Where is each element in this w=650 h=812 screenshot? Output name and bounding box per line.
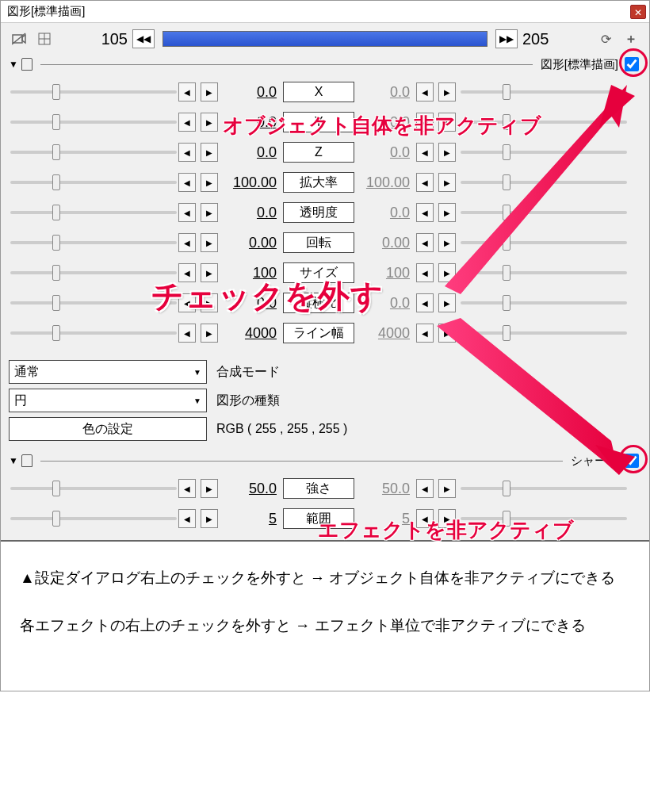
param-name-button[interactable]: 範囲 — [283, 508, 354, 529]
value-left[interactable]: 100.00 — [223, 174, 281, 191]
slider-right[interactable] — [461, 512, 627, 525]
slider-right[interactable] — [461, 482, 627, 495]
value-left[interactable]: 0.0 — [223, 295, 281, 312]
param-name-button[interactable]: 強さ — [283, 478, 354, 499]
spin-left-down[interactable]: ◀ — [178, 203, 196, 222]
spin-left-up[interactable]: ▶ — [201, 82, 218, 102]
value-right[interactable]: 100.00 — [356, 174, 415, 191]
slider-left[interactable] — [10, 116, 177, 128]
param-name-button[interactable]: ライン幅 — [283, 323, 354, 343]
spin-left-down[interactable]: ◀ — [178, 173, 196, 192]
spin-right-down[interactable]: ◀ — [416, 113, 434, 132]
spin-left-down[interactable]: ◀ — [178, 82, 196, 102]
param-name-button[interactable]: 拡大率 — [283, 172, 354, 193]
spin-right-down[interactable]: ◀ — [416, 324, 434, 343]
spin-left-up[interactable]: ▶ — [201, 143, 218, 162]
spin-left-up[interactable]: ▶ — [201, 113, 218, 132]
trash-icon[interactable] — [21, 58, 32, 71]
spin-left-down[interactable]: ◀ — [178, 233, 196, 252]
effect-active-checkbox[interactable] — [625, 454, 639, 468]
slider-right[interactable] — [461, 236, 627, 249]
spin-left-down[interactable]: ◀ — [178, 263, 196, 282]
camera-off-icon[interactable] — [9, 29, 29, 48]
param-name-button[interactable]: 回転 — [283, 232, 354, 253]
spin-left-down[interactable]: ◀ — [178, 113, 196, 132]
value-right[interactable]: 100 — [356, 265, 415, 282]
spin-right-down[interactable]: ◀ — [416, 203, 434, 222]
spin-right-up[interactable]: ▶ — [438, 203, 456, 222]
slider-right[interactable] — [461, 176, 627, 189]
object-active-checkbox[interactable] — [625, 57, 639, 71]
value-right[interactable]: 50.0 — [356, 481, 415, 497]
spin-left-up[interactable]: ▶ — [201, 173, 218, 192]
spin-left-down[interactable]: ◀ — [178, 293, 196, 312]
spin-right-up[interactable]: ▶ — [438, 263, 456, 282]
slider-right[interactable] — [461, 297, 627, 309]
timeline-progress[interactable] — [162, 31, 488, 47]
param-name-button[interactable]: サイズ — [283, 262, 354, 283]
value-left[interactable]: 100 — [223, 265, 281, 282]
spin-left-up[interactable]: ▶ — [201, 203, 218, 222]
spin-right-up[interactable]: ▶ — [438, 82, 456, 102]
trash-icon-effect[interactable] — [21, 454, 32, 467]
slider-left[interactable] — [10, 512, 177, 525]
value-left[interactable]: 0.0 — [223, 114, 281, 131]
refresh-icon[interactable]: ⟳ — [595, 29, 616, 48]
spin-left-down[interactable]: ◀ — [178, 143, 196, 162]
slider-right[interactable] — [461, 206, 627, 219]
spin-left-down[interactable]: ◀ — [178, 479, 196, 498]
forward-button[interactable]: ▶▶ — [495, 29, 518, 48]
spin-right-up[interactable]: ▶ — [438, 173, 456, 192]
slider-right[interactable] — [461, 266, 627, 279]
param-name-button[interactable]: X — [283, 82, 354, 102]
slider-right[interactable] — [461, 146, 627, 159]
slider-left[interactable] — [10, 176, 177, 189]
slider-left[interactable] — [10, 266, 177, 279]
collapse-toggle[interactable]: ▼ — [9, 59, 18, 70]
spin-right-up[interactable]: ▶ — [438, 233, 456, 252]
spin-left-up[interactable]: ▶ — [201, 479, 218, 498]
spin-right-down[interactable]: ◀ — [416, 293, 434, 312]
param-name-button[interactable]: Z — [283, 142, 354, 163]
spin-right-up[interactable]: ▶ — [438, 509, 456, 528]
slider-left[interactable] — [10, 482, 177, 495]
spin-right-down[interactable]: ◀ — [416, 82, 434, 102]
spin-left-up[interactable]: ▶ — [201, 509, 218, 528]
spin-right-up[interactable]: ▶ — [438, 293, 456, 312]
spin-right-up[interactable]: ▶ — [438, 324, 456, 343]
slider-left[interactable] — [10, 297, 177, 309]
value-left[interactable]: 50.0 — [223, 481, 281, 497]
param-name-button[interactable]: 縦横比 — [283, 293, 354, 313]
spin-right-down[interactable]: ◀ — [416, 233, 434, 252]
spin-left-up[interactable]: ▶ — [201, 324, 218, 343]
slider-right[interactable] — [461, 116, 627, 128]
spin-right-down[interactable]: ◀ — [416, 173, 434, 192]
value-left[interactable]: 0.00 — [223, 235, 281, 251]
value-right[interactable]: 5 — [356, 511, 415, 527]
rewind-button[interactable]: ◀◀ — [132, 29, 155, 48]
value-left[interactable]: 4000 — [223, 325, 281, 342]
param-name-button[interactable]: 透明度 — [283, 202, 354, 223]
slider-right[interactable] — [461, 86, 627, 98]
value-right[interactable]: 0.0 — [356, 84, 415, 101]
value-right[interactable]: 0.0 — [356, 205, 415, 221]
value-right[interactable]: 0.00 — [356, 235, 415, 251]
spin-left-up[interactable]: ▶ — [201, 293, 218, 312]
slider-right[interactable] — [461, 327, 627, 339]
value-left[interactable]: 0.0 — [223, 84, 281, 101]
spin-left-down[interactable]: ◀ — [178, 324, 196, 343]
slider-left[interactable] — [10, 86, 177, 98]
blend-mode-select[interactable]: 通常▼ — [9, 360, 207, 384]
collapse-toggle-effect[interactable]: ▼ — [9, 455, 18, 466]
slider-left[interactable] — [10, 327, 177, 339]
shape-type-select[interactable]: 円▼ — [9, 389, 207, 412]
spin-left-down[interactable]: ◀ — [178, 509, 196, 528]
spin-left-up[interactable]: ▶ — [201, 233, 218, 252]
spin-right-up[interactable]: ▶ — [438, 479, 456, 498]
spin-right-up[interactable]: ▶ — [438, 113, 456, 132]
color-settings-button[interactable]: 色の設定 — [9, 417, 207, 441]
spin-right-down[interactable]: ◀ — [416, 479, 434, 498]
value-left[interactable]: 0.0 — [223, 205, 281, 221]
value-right[interactable]: 4000 — [356, 325, 415, 342]
slider-left[interactable] — [10, 236, 177, 249]
